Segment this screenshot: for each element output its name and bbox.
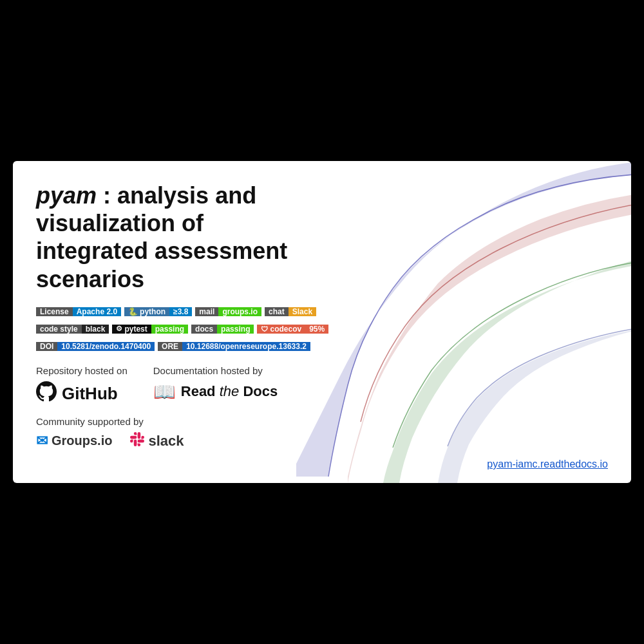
badge-value-docs: passing: [217, 325, 254, 334]
github-text: GitHub: [62, 384, 118, 404]
badge-value-pytest: passing: [151, 325, 188, 334]
pytest-icon: ⚙: [116, 325, 122, 333]
community-section: Community supported by ✉ Groups.io slack: [36, 416, 384, 450]
badge-value-ore: 10.12688/openreseurope.13633.2: [182, 342, 310, 351]
badge-label-ore: ORE: [158, 342, 182, 351]
docs-url[interactable]: pyam-iamc.readthedocs.io: [487, 459, 608, 470]
groupsio-icon: ✉: [36, 433, 48, 450]
rtd-icon: 📖: [153, 381, 176, 402]
page-title: pyam : analysis and visualization ofinte…: [36, 182, 384, 293]
badge-label-docs: docs: [191, 325, 217, 334]
docs-badge[interactable]: docs passing: [191, 322, 254, 336]
badge-label-codecov: 🛡 codecov: [257, 325, 305, 334]
github-logo[interactable]: GitHub: [36, 381, 118, 407]
rtd-logo[interactable]: 📖 Read the Docs: [153, 381, 278, 402]
badge-row-1: License Apache 2.0 🐍 python ≥3.8 mail gr…: [36, 305, 384, 319]
groupsio-logo[interactable]: ✉ Groups.io: [36, 433, 112, 450]
slack-text: slack: [148, 433, 184, 450]
docs-host-label: Documentation hosted by: [153, 365, 263, 376]
title-italic: pyam: [36, 182, 97, 209]
community-logos: ✉ Groups.io slack: [36, 432, 384, 450]
badge-value-codestyle: black: [82, 325, 109, 334]
codestyle-badge[interactable]: code style black: [36, 322, 109, 336]
badge-label-chat: chat: [265, 307, 289, 316]
badge-row-3: DOI 10.5281/zenodo.1470400 ORE 10.12688/…: [36, 339, 384, 354]
content-left: pyam : analysis and visualization ofinte…: [36, 182, 384, 450]
badge-label-mail: mail: [195, 307, 218, 316]
chat-badge[interactable]: chat Slack: [265, 305, 316, 319]
badge-value-chat: Slack: [289, 307, 316, 316]
codecov-badge[interactable]: 🛡 codecov 95%: [257, 322, 328, 336]
groupsio-text: Groups.io: [52, 433, 112, 448]
github-icon: [36, 381, 57, 407]
badge-value-python: ≥3.8: [169, 307, 192, 316]
badge-row-2: code style black ⚙ pytest passing docs p…: [36, 322, 384, 336]
badge-label-doi: DOI: [36, 342, 57, 351]
pytest-badge[interactable]: ⚙ pytest passing: [112, 322, 188, 336]
main-card: pyam : analysis and visualization ofinte…: [13, 161, 631, 483]
doi-badge[interactable]: DOI 10.5281/zenodo.1470400: [36, 339, 155, 354]
license-badge[interactable]: License Apache 2.0: [36, 305, 121, 319]
python-badge[interactable]: 🐍 python ≥3.8: [124, 305, 192, 319]
badge-value-mail: groups.io: [218, 307, 261, 316]
ore-badge[interactable]: ORE 10.12688/openreseurope.13633.2: [158, 339, 310, 354]
codecov-icon: 🛡: [261, 325, 268, 333]
badge-value-license: Apache 2.0: [73, 307, 121, 316]
community-label: Community supported by: [36, 416, 384, 427]
slack-icon: [130, 432, 144, 450]
slack-logo[interactable]: slack: [130, 432, 184, 450]
badge-label-codestyle: code style: [36, 325, 82, 334]
python-icon: 🐍: [128, 307, 138, 316]
rtd-text: Read the Docs: [181, 383, 278, 400]
repo-host-label: Repository hosted on: [36, 365, 128, 376]
mail-badge[interactable]: mail groups.io: [195, 305, 261, 319]
docs-host: Documentation hosted by 📖 Read the Docs: [153, 365, 278, 402]
hosts-row: Repository hosted on GitHub Documentatio…: [36, 365, 384, 407]
badge-label-pytest: ⚙ pytest: [112, 325, 151, 334]
badge-value-doi: 10.5281/zenodo.1470400: [57, 342, 155, 351]
badge-label-license: License: [36, 307, 73, 316]
badge-value-codecov: 95%: [305, 325, 328, 334]
badge-label-python: 🐍 python: [124, 307, 169, 316]
repo-host: Repository hosted on GitHub: [36, 365, 128, 407]
